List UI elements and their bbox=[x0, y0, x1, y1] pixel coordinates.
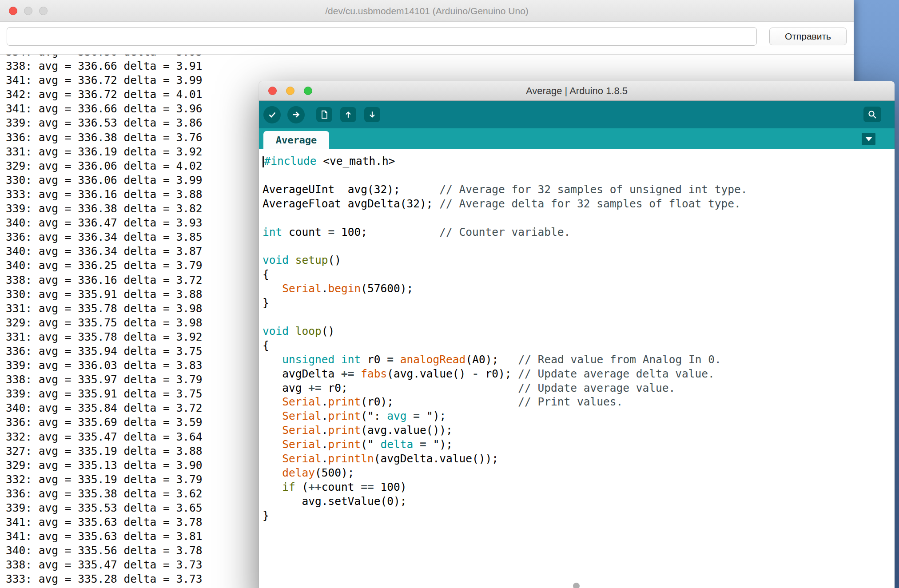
new-sketch-button[interactable] bbox=[316, 107, 332, 122]
code-line: Serial.print(": avg = "); bbox=[263, 409, 895, 423]
code-line: { bbox=[263, 338, 895, 353]
code-line: avg.setValue(0); bbox=[263, 494, 895, 509]
code-line: void loop() bbox=[263, 324, 895, 338]
open-button[interactable] bbox=[340, 107, 356, 122]
code-line: Serial.print(" delta = "); bbox=[263, 437, 895, 452]
code-line: AverageUInt avg(32); // Average for 32 s… bbox=[263, 183, 895, 197]
open-icon bbox=[343, 110, 353, 119]
code-line: avgDelta += fabs(avg.value() - r0); // U… bbox=[263, 367, 895, 381]
code-line: Serial.print(avg.value()); bbox=[263, 423, 895, 437]
serial-monitor-button[interactable] bbox=[863, 107, 881, 122]
ide-titlebar: Average | Arduino 1.8.5 bbox=[259, 81, 895, 101]
verify-button[interactable] bbox=[263, 106, 281, 123]
code-line: } bbox=[263, 296, 895, 310]
code-line: { bbox=[263, 267, 895, 282]
send-button[interactable]: Отправить bbox=[769, 28, 847, 45]
code-line bbox=[263, 310, 895, 324]
text-caret bbox=[263, 156, 264, 167]
ide-window-title: Average | Arduino 1.8.5 bbox=[259, 81, 895, 101]
scrollbar-dot bbox=[573, 583, 580, 588]
serial-monitor-icon bbox=[867, 109, 878, 120]
tab-menu-icon bbox=[865, 137, 872, 141]
code-line: avg += r0; // Update average value. bbox=[263, 381, 895, 395]
serial-monitor-title: /dev/cu.usbmodem14101 (Arduino/Genuino U… bbox=[0, 0, 854, 22]
upload-icon bbox=[291, 109, 302, 120]
code-line: unsigned int r0 = analogRead(A0); // Rea… bbox=[263, 353, 895, 367]
tab-menu-button[interactable] bbox=[862, 133, 875, 145]
arduino-ide-window: Average | Arduino 1.8.5 bbox=[259, 81, 895, 588]
code-area[interactable]: #include <ve_math.h> AverageUInt avg(32)… bbox=[259, 149, 895, 588]
serial-line: 338: avg = 336.66 delta = 3.91 bbox=[6, 59, 853, 73]
code-line bbox=[263, 239, 895, 253]
serial-monitor-titlebar: /dev/cu.usbmodem14101 (Arduino/Genuino U… bbox=[0, 0, 854, 22]
code-line: Serial.begin(57600); bbox=[263, 282, 895, 296]
code-line bbox=[263, 211, 895, 225]
code-line: delay(500); bbox=[263, 466, 895, 480]
desktop: /dev/cu.usbmodem14101 (Arduino/Genuino U… bbox=[0, 0, 899, 588]
code-line: int count = 100; // Counter variable. bbox=[263, 225, 895, 239]
save-button[interactable] bbox=[364, 107, 380, 122]
code-line: AverageFloat avgDelta(32); // Average de… bbox=[263, 197, 895, 211]
new-sketch-icon bbox=[319, 110, 329, 119]
code-line: #include <ve_math.h> bbox=[263, 154, 895, 168]
code-line: Serial.print(r0); // Print values. bbox=[263, 395, 895, 409]
verify-icon bbox=[267, 109, 278, 120]
ide-toolbar bbox=[259, 101, 895, 128]
ide-tabstrip: Average bbox=[259, 128, 895, 149]
code-line: } bbox=[263, 509, 895, 523]
code-line bbox=[263, 168, 895, 183]
tab-average[interactable]: Average bbox=[263, 131, 329, 149]
save-icon bbox=[367, 110, 377, 119]
upload-button[interactable] bbox=[287, 106, 305, 123]
code-line: void setup() bbox=[263, 253, 895, 267]
serial-send-input[interactable] bbox=[7, 27, 757, 46]
serial-line: 334: avg = 336.56 delta = 3.93 bbox=[6, 55, 853, 59]
code-line: Serial.println(avgDelta.value()); bbox=[263, 452, 895, 466]
code-line: if (++count == 100) bbox=[263, 480, 895, 494]
